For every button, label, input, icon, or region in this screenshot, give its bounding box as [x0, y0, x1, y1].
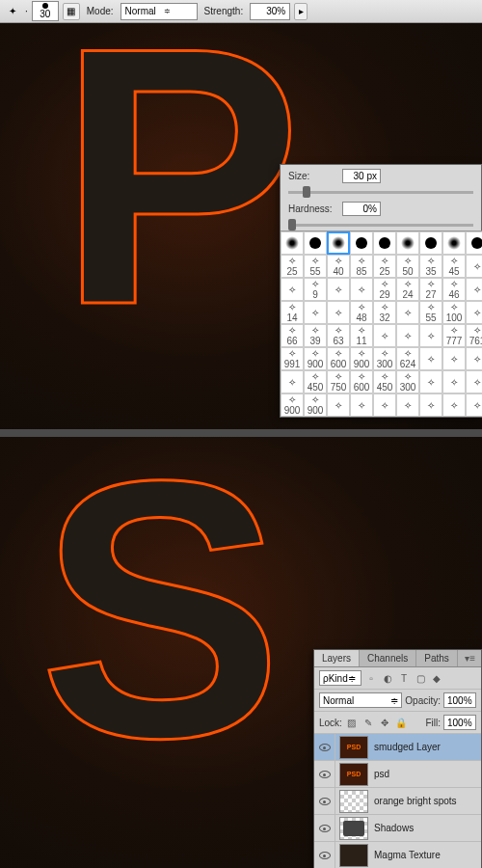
brush-preset[interactable]: ✧600 — [350, 370, 373, 393]
brush-preset[interactable]: ✧ — [466, 255, 482, 278]
brush-preset[interactable] — [350, 231, 373, 255]
filter-kind-dropdown[interactable]: ρ Kind ≑ — [319, 670, 362, 686]
brush-preset[interactable]: ✧ — [466, 347, 482, 370]
brush-preset[interactable]: ✧39 — [304, 324, 327, 347]
strength-input[interactable]: 30% — [250, 3, 290, 20]
hardness-slider[interactable] — [288, 224, 473, 227]
hardness-value-field[interactable]: 0% — [342, 202, 381, 216]
visibility-toggle[interactable] — [314, 734, 335, 760]
size-value-field[interactable]: 30 px — [342, 169, 381, 183]
brush-preset[interactable]: ✧ — [350, 278, 373, 301]
brush-preset[interactable]: ✧777 — [442, 324, 466, 347]
slider-thumb[interactable] — [288, 219, 296, 231]
brush-preset[interactable]: ✧900 — [304, 347, 327, 370]
brush-preset[interactable]: ✧48 — [350, 301, 373, 324]
layer-row[interactable]: PSDpsd — [314, 761, 481, 788]
slider-thumb[interactable] — [303, 186, 310, 198]
blend-mode-dropdown[interactable]: Normal ≑ — [120, 3, 198, 20]
brush-preset[interactable]: ✧ — [327, 278, 350, 301]
strength-flyout-button[interactable]: ▸ — [294, 3, 308, 20]
filter-shape-icon[interactable]: ▢ — [414, 671, 427, 685]
brush-preset[interactable]: ✧25 — [373, 255, 396, 278]
tab-channels[interactable]: Channels — [360, 650, 416, 666]
layer-row[interactable]: orange bright spots — [314, 788, 481, 815]
brush-preset[interactable]: ✧ — [281, 278, 304, 301]
brush-preset[interactable]: ✧ — [466, 278, 482, 301]
brush-preset[interactable]: ✧ — [419, 393, 442, 417]
brush-panel-toggle[interactable]: ▦ — [63, 3, 80, 20]
brush-preset[interactable]: ✧45 — [442, 255, 466, 278]
brush-preset[interactable]: ✧9 — [304, 278, 327, 301]
brush-preset[interactable]: ✧11 — [350, 324, 373, 347]
brush-preset[interactable]: ✧25 — [281, 255, 304, 278]
visibility-toggle[interactable] — [314, 761, 335, 787]
lock-all-icon[interactable]: 🔒 — [394, 716, 408, 729]
filter-pixel-icon[interactable]: ▫ — [364, 671, 378, 685]
brush-preset[interactable]: ✧ — [281, 370, 304, 393]
visibility-toggle[interactable] — [314, 815, 335, 841]
brush-preset[interactable]: ✧14 — [281, 301, 304, 324]
tab-paths[interactable]: Paths — [416, 650, 458, 666]
brush-preset[interactable]: ✧ — [350, 393, 373, 417]
brush-preset[interactable]: ✧750 — [327, 370, 350, 393]
brush-preset[interactable]: ✧85 — [350, 255, 373, 278]
brush-preset[interactable] — [304, 231, 327, 255]
visibility-toggle[interactable] — [314, 842, 335, 868]
brush-preset[interactable]: ✧ — [396, 301, 419, 324]
brush-preset[interactable] — [327, 231, 350, 255]
brush-preset[interactable]: ✧624 — [396, 347, 419, 370]
brush-preset[interactable]: ✧ — [419, 370, 442, 393]
lock-position-icon[interactable]: ✥ — [378, 716, 391, 729]
brush-preset[interactable]: ✧ — [466, 301, 482, 324]
layer-row[interactable]: PSDsmudged Layer — [314, 734, 481, 761]
brush-preset[interactable]: ✧32 — [373, 301, 396, 324]
fill-input[interactable]: 100% — [443, 715, 476, 730]
layer-row[interactable]: Magma Texture — [314, 842, 481, 868]
brush-preset[interactable]: ✧46 — [442, 278, 466, 301]
opacity-input[interactable]: 100% — [443, 692, 476, 708]
brush-preset[interactable]: ✧24 — [396, 278, 419, 301]
brush-preset[interactable]: ✧ — [442, 393, 466, 417]
brush-preset[interactable] — [442, 231, 466, 255]
brush-preset[interactable]: ✧ — [419, 324, 442, 347]
brush-preset[interactable]: ✧55 — [304, 255, 327, 278]
smudge-tool-icon[interactable]: ✦ — [4, 3, 21, 20]
size-slider[interactable] — [288, 191, 473, 194]
brush-preset[interactable]: ✧ — [373, 393, 396, 417]
brush-preset[interactable]: ✧761 — [466, 324, 482, 347]
brush-preset[interactable]: ✧ — [442, 370, 466, 393]
brush-preset-picker[interactable]: 30 — [32, 1, 59, 21]
brush-preset[interactable]: ✧40 — [327, 255, 350, 278]
brush-preset[interactable] — [373, 231, 396, 255]
brush-preset[interactable] — [396, 231, 419, 255]
blend-mode-dropdown[interactable]: Normal ≑ — [319, 692, 402, 708]
brush-preset[interactable]: ✧ — [466, 393, 482, 417]
tab-layers[interactable]: Layers — [314, 650, 360, 666]
brush-preset[interactable]: ✧63 — [327, 324, 350, 347]
brush-preset[interactable]: ✧50 — [396, 255, 419, 278]
brush-preset[interactable]: ✧35 — [419, 255, 442, 278]
filter-smart-icon[interactable]: ◆ — [430, 671, 443, 685]
brush-preset[interactable]: ✧ — [327, 301, 350, 324]
brush-preset[interactable]: ✧55 — [419, 301, 442, 324]
filter-adjust-icon[interactable]: ◐ — [381, 671, 394, 685]
visibility-toggle[interactable] — [314, 788, 335, 814]
brush-preset[interactable]: ✧ — [442, 347, 466, 370]
brush-preset[interactable]: ✧900 — [281, 393, 304, 417]
brush-preset[interactable]: ✧27 — [419, 278, 442, 301]
brush-preset[interactable]: ✧ — [373, 324, 396, 347]
brush-preset[interactable]: ✧29 — [373, 278, 396, 301]
brush-preset[interactable]: ✧ — [396, 324, 419, 347]
filter-type-icon[interactable]: T — [397, 671, 411, 685]
panel-menu-icon[interactable]: ▾≡ — [459, 650, 481, 666]
brush-preset[interactable]: ✧300 — [373, 347, 396, 370]
brush-preset[interactable]: ✧ — [304, 301, 327, 324]
brush-preset[interactable] — [281, 231, 304, 255]
brush-preset[interactable]: ✧100 — [442, 301, 466, 324]
brush-preset[interactable] — [419, 231, 442, 255]
lock-transparency-icon[interactable]: ▨ — [345, 716, 359, 729]
brush-preset[interactable]: ✧300 — [396, 370, 419, 393]
brush-preset[interactable]: ✧ — [419, 347, 442, 370]
brush-preset[interactable]: ✧900 — [304, 393, 327, 417]
brush-preset[interactable]: ✧ — [396, 393, 419, 417]
